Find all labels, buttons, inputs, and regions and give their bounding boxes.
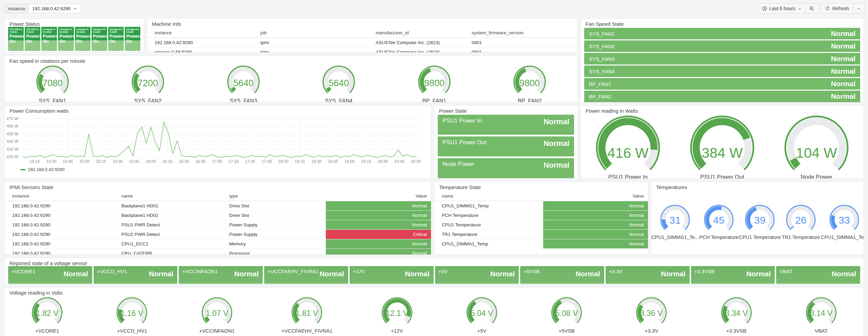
fan-gauge-label: SYS_FAN3 bbox=[218, 98, 269, 102]
power-state-bar: PSU1 Power InNormal bbox=[438, 115, 574, 135]
panel-title[interactable]: Fan speed in rotations per minute bbox=[5, 56, 577, 65]
power-state-value: Normal bbox=[544, 117, 569, 126]
panel-title[interactable]: Machine Info bbox=[147, 19, 577, 28]
gauge[interactable]: 1.07 V+VCCINFAON1 bbox=[197, 297, 237, 334]
table-row: PCH TemperatureNormal bbox=[434, 210, 648, 220]
gauge[interactable]: 5.08 V+5VSB bbox=[546, 297, 587, 334]
gauge[interactable]: 45PCH Temperature bbox=[699, 204, 739, 240]
power-consumption-chart[interactable]: 420 W430 W440 W450 W460 W470 W14:1514:30… bbox=[5, 115, 431, 166]
instance-selector-value[interactable]: 192.168.0.42:9290 bbox=[28, 4, 81, 13]
table-row: 192.168.0.42:9290CPU1_ECC1MemoryNormal bbox=[5, 239, 431, 248]
gauge[interactable]: 3.34 V+3.3VSB bbox=[716, 297, 757, 334]
gauge[interactable]: 1.81 V+VCCFAEHV_FIVRA1 bbox=[281, 297, 332, 334]
zoom-out-button[interactable] bbox=[805, 4, 818, 13]
gauge[interactable]: 384 WPSU1 Power Out bbox=[676, 115, 768, 179]
column-header[interactable]: instance bbox=[5, 193, 114, 199]
time-range-button[interactable]: Last 6 hours bbox=[758, 4, 805, 13]
chart-legend-item[interactable]: 192.168.0.42:9290 bbox=[20, 167, 431, 172]
gauge[interactable]: 5640SYS_FAN3 bbox=[218, 65, 269, 102]
temperature-gauges: 31CPU1_DIMMG1_Te...45PCH Temperature39CP… bbox=[651, 191, 864, 240]
fan-state-name: SYS_FAN3 bbox=[589, 56, 615, 62]
column-header[interactable]: instance bbox=[147, 30, 253, 35]
gauge[interactable]: 104 WNode Power bbox=[771, 115, 862, 179]
power-status-tile: compute-0-52:9290Powered On bbox=[58, 27, 74, 51]
panel-title[interactable]: Power Status bbox=[5, 19, 144, 28]
column-header[interactable]: name bbox=[114, 193, 222, 199]
x-axis-tick: 19:45 bbox=[394, 159, 405, 164]
timeseries-plot[interactable]: 420 W430 W440 W450 W460 W470 W14:1514:30… bbox=[5, 115, 425, 165]
fan-state-bar: SYS_FAN2Normal bbox=[584, 40, 860, 52]
state-value-cell: Normal bbox=[326, 211, 431, 220]
table-cell: CPU_CATERR bbox=[114, 251, 222, 255]
column-header[interactable]: Value bbox=[326, 193, 431, 199]
voltage-state-tile: +VCORE1Normal bbox=[8, 266, 92, 284]
column-header[interactable]: job bbox=[253, 30, 368, 35]
panel-title[interactable]: Power reading in Watts bbox=[581, 106, 864, 115]
state-value-cell: Critical bbox=[326, 230, 431, 239]
power-status-value: Powered On bbox=[26, 34, 40, 44]
voltage-sensor-name: +VCCFAEHV_FIVRA1 bbox=[268, 268, 318, 274]
temperature-gauge-arc: 45 bbox=[699, 204, 739, 232]
voltage-gauge-arc: 3.36 V bbox=[631, 297, 672, 326]
panel-title[interactable]: Reported state of a voltage sensor bbox=[5, 258, 864, 267]
gauge[interactable]: 416 WPSU1 Power In bbox=[582, 115, 674, 179]
state-value-cell: Normal bbox=[326, 249, 431, 255]
panel-title[interactable]: Fan Speed State bbox=[581, 19, 864, 28]
gauge[interactable]: 7200SYS_FAN2 bbox=[122, 65, 173, 102]
power-status-instance-label: 192.168.0.45:9290 bbox=[26, 28, 39, 33]
gauge[interactable]: 33CPU1_DIMMA1_Te... bbox=[821, 204, 864, 240]
panel-title[interactable]: Power Consumption watts bbox=[5, 106, 431, 115]
panel-title[interactable]: IPMI Sensors State bbox=[5, 182, 431, 191]
gauge[interactable]: 1.82 V+VCORE1 bbox=[27, 297, 67, 334]
table-row: CPU1 TemperatureNormal bbox=[434, 220, 648, 229]
x-axis-tick: 15:45 bbox=[129, 159, 139, 164]
panel-title[interactable]: Voltage reading in Volts bbox=[5, 287, 864, 297]
column-header[interactable]: Value bbox=[543, 193, 648, 199]
gauge[interactable]: 9800BP_FAN2 bbox=[504, 65, 555, 102]
power-state-bar: Node PowerNormal bbox=[438, 158, 574, 178]
x-axis-tick: 19:15 bbox=[361, 159, 371, 164]
gauge[interactable]: 3.14 VVBAT bbox=[801, 297, 842, 334]
temperature-gauge-arc: 31 bbox=[655, 204, 695, 232]
column-header[interactable]: type bbox=[222, 193, 326, 199]
column-header[interactable]: system_firmware_version bbox=[464, 30, 577, 35]
fan-gauge-label: SYS_FAN4 bbox=[313, 98, 364, 102]
gauge[interactable]: 5.04 V+5V bbox=[461, 297, 502, 334]
fan-state-name: SYS_FAN1 bbox=[589, 31, 615, 37]
gauge[interactable]: 5640SYS_FAN4 bbox=[313, 65, 364, 102]
gauge[interactable]: 7080SYS_FAN1 bbox=[27, 65, 78, 102]
panel-ipmi-sensors: IPMI Sensors State instancenametypeValue… bbox=[4, 182, 431, 255]
panel-title[interactable]: Temperatures bbox=[651, 182, 864, 191]
power-gauge-arc: 104 W bbox=[771, 115, 862, 172]
table-cell: 0901 bbox=[464, 50, 577, 53]
gauge[interactable]: 9800BP_FAN1 bbox=[409, 65, 460, 102]
refresh-button[interactable]: Refresh bbox=[822, 4, 853, 13]
temperature-gauge-value: 45 bbox=[713, 214, 725, 226]
x-axis-tick: 18:45 bbox=[328, 159, 338, 164]
panel-title[interactable]: Power State bbox=[434, 106, 577, 115]
power-status-value: Powered On bbox=[126, 34, 140, 44]
panel-title[interactable]: Temperature State bbox=[434, 182, 648, 191]
panel-voltage-gauges: Voltage reading in Volts 1.82 V+VCORE11.… bbox=[4, 287, 864, 336]
y-axis-tick: 470 W bbox=[6, 116, 18, 121]
gauge[interactable]: 26TR1 Temperature bbox=[781, 204, 821, 240]
voltage-sensor-state: Normal bbox=[576, 270, 600, 278]
voltage-sensor-name: +12V bbox=[353, 268, 365, 274]
grafana-dashboard: instance 192.168.0.42:9290 Last 6 hours bbox=[0, 0, 868, 336]
fan-state-name: BP_FAN2 bbox=[589, 94, 611, 99]
power-status-instance-label: compute-0-53:9290 bbox=[76, 28, 89, 33]
refresh-interval-button[interactable] bbox=[853, 4, 864, 13]
gauge[interactable]: 39CPU1 Temperature bbox=[739, 204, 781, 240]
gauge[interactable]: 3.36 V+3.3V bbox=[631, 297, 672, 334]
x-axis-tick: 14:15 bbox=[29, 159, 40, 164]
table-row: TR1 TemperatureNormal bbox=[434, 229, 648, 239]
gauge[interactable]: 12.1 V+12V bbox=[377, 297, 417, 334]
instance-selector[interactable]: instance 192.168.0.42:9290 bbox=[4, 4, 81, 13]
zoom-out-icon bbox=[809, 6, 814, 11]
gauge[interactable]: 31CPU1_DIMMG1_Te... bbox=[651, 204, 699, 240]
voltage-gauges: 1.82 V+VCORE11.16 V+VCCD_HV11.07 V+VCCIN… bbox=[5, 297, 864, 334]
fan-state-bar: BP_FAN1Normal bbox=[584, 78, 860, 90]
column-header[interactable]: name bbox=[434, 193, 543, 199]
column-header[interactable]: manufacturer_id bbox=[368, 30, 464, 35]
gauge[interactable]: 1.16 V+VCCD_HV1 bbox=[112, 297, 152, 334]
